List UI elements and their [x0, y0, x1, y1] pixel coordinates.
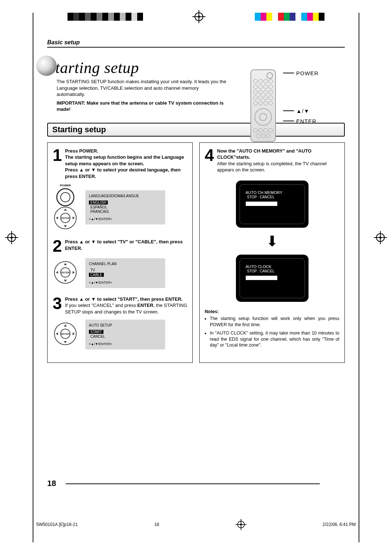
svg-marker-3	[64, 225, 67, 227]
dpad-icon: ENTER	[54, 261, 77, 284]
print-footer: 5W50101A [E]p18-21 18 2/22/06, 6:41 PM	[36, 519, 356, 530]
svg-marker-11	[56, 271, 58, 274]
step2-line1: Press ▲ or ▼ to select "TV" or "CABLE", …	[65, 239, 187, 251]
intro-body: The STARTING SETUP function makes instal…	[57, 78, 227, 98]
step3-body: If you select "CANCEL" and press ENTER, …	[65, 302, 187, 315]
hero: Starting setup The STARTING SETUP functi…	[47, 58, 345, 113]
breadcrumb: Basic setup	[47, 39, 345, 48]
step3-bold: ENTER	[137, 303, 153, 308]
osd-item-selected: ENGLISH	[89, 200, 108, 204]
step-columns: 1 Press POWER. The starting setup functi…	[47, 142, 345, 363]
enter-text: ENTER	[61, 217, 70, 219]
power-label: POWER	[53, 184, 78, 187]
notes-section: Notes: The starting setup function will …	[205, 309, 339, 348]
power-and-dpad-figure: POWER ENTER	[53, 184, 78, 231]
note-item: In "AUTO CLOCK" setting, it may take mor…	[210, 330, 339, 349]
step2-figure-row: ENTER CHANNEL PLAN TV CABLE <▲/▼/ENTER>	[53, 258, 187, 288]
remote-enter-button	[259, 113, 267, 121]
svg-marker-9	[64, 263, 67, 265]
column-right: 4 Now the "AUTO CH MEMORY" and "AUTO CLO…	[199, 142, 345, 363]
step3-pre: If you select "CANCEL" and press	[65, 303, 137, 308]
power-icon	[56, 188, 74, 206]
print-date: 2/22/06, 6:41 PM	[323, 522, 356, 527]
osd-item: FRANCAIS	[89, 210, 162, 214]
registration-mark-bottom	[236, 519, 246, 530]
remote-dpad	[254, 108, 272, 126]
channel-plan-osd: CHANNEL PLAN TV CABLE <▲/▼/ENTER>	[85, 258, 165, 288]
remote-diagram: POWER ▲/▼ ENTER	[250, 69, 345, 142]
registration-mark-left	[7, 232, 17, 243]
auto-setup-osd: AUTO SETUP START CANCEL <▲/▼/ENTER>	[85, 320, 165, 349]
step-4: 4 Now the "AUTO CH MEMORY" and "AUTO CLO…	[205, 148, 339, 173]
trim-line-right	[359, 13, 359, 542]
registration-mark-top	[194, 12, 204, 22]
important-note: IMPORTANT: Make sure that the antenna or…	[57, 100, 227, 113]
osd-item: ESPAÑOL	[89, 205, 162, 209]
step4-line1: Now the "AUTO CH MEMORY" and "AUTO CLOCK…	[217, 148, 339, 161]
svg-marker-12	[73, 271, 75, 274]
callout-nav: ▲/▼	[296, 108, 310, 114]
intro-text: The STARTING SETUP function makes instal…	[57, 78, 227, 113]
step-number: 1	[53, 148, 65, 180]
callout-enter: ENTER	[296, 118, 317, 124]
osd-title: AUTO SETUP	[89, 323, 162, 327]
svg-marker-4	[56, 216, 58, 219]
osd-title: CHANNEL PLAN	[89, 262, 162, 266]
svg-marker-2	[64, 208, 67, 211]
doc-id: 5W50101A [E]p18-21	[36, 522, 78, 527]
step1-line2: The starting setup function begins and t…	[65, 154, 187, 167]
step1-line1: Press POWER.	[65, 148, 187, 154]
step-number: 3	[53, 296, 65, 315]
crop-marks-top	[0, 12, 392, 22]
page-number-footer: 18	[47, 479, 320, 488]
osd-nav-hint: <▲/▼/ENTER>	[89, 217, 162, 221]
tv-auto-clock: AUTO CLOCK STOP : CANCEL	[236, 255, 309, 302]
registration-bar-bw	[68, 13, 143, 21]
svg-text:ENTER: ENTER	[61, 271, 70, 274]
step-number: 2	[53, 239, 65, 254]
osd-item-selected: START	[89, 330, 103, 334]
osd-item: TV	[89, 268, 162, 272]
step-1: 1 Press POWER. The starting setup functi…	[53, 148, 187, 180]
page-number: 18	[47, 479, 56, 488]
osd-item-selected: CABLE	[89, 273, 104, 277]
svg-marker-5	[73, 216, 75, 219]
svg-text:ENTER: ENTER	[61, 333, 70, 335]
osd-title: LANGUAGE/IDIOMA/LANGUE	[89, 194, 162, 198]
step-3: 3 Press ▲ or ▼ to select "START", then p…	[53, 296, 187, 315]
osd-nav-hint: <▲/▼/ENTER>	[89, 342, 162, 346]
step1-line3: Press ▲ or ▼ to select your desired lang…	[65, 167, 187, 179]
svg-marker-10	[64, 280, 67, 282]
step-2: 2 Press ▲ or ▼ to select "TV" or "CABLE"…	[53, 239, 187, 254]
step1-figure-row: POWER ENTER	[53, 184, 187, 231]
tv-auto-ch-memory: AUTO CH MEMORY STOP : CANCEL	[236, 181, 309, 228]
remote-power-button	[266, 72, 273, 79]
decorative-sphere	[36, 56, 57, 76]
remote-callouts: POWER ▲/▼ ENTER	[283, 69, 319, 125]
registration-mark-right	[375, 232, 385, 243]
callout-power: POWER	[296, 70, 319, 76]
down-arrow-icon: ⬇	[205, 233, 339, 250]
progress-bar	[246, 202, 278, 206]
tv-osd-title: AUTO CH MEMORY	[246, 190, 299, 195]
document-page: Basic setup Starting setup The STARTING …	[0, 0, 392, 555]
svg-marker-19	[73, 332, 75, 335]
note-item: The starting setup function will work on…	[210, 316, 339, 328]
page-small: 18	[154, 522, 159, 527]
tv-osd-title: AUTO CLOCK	[246, 264, 299, 269]
dpad-icon: ENTER	[54, 206, 77, 230]
column-left: 1 Press POWER. The starting setup functi…	[47, 142, 193, 363]
language-osd: LANGUAGE/IDIOMA/LANGUE ENGLISH ESPAÑOL F…	[85, 190, 165, 224]
notes-title: Notes:	[205, 309, 339, 314]
tv-osd-sub: STOP : CANCEL	[246, 269, 276, 273]
svg-marker-16	[64, 324, 67, 327]
osd-nav-hint: <▲/▼/ENTER>	[89, 281, 162, 284]
progress-bar	[246, 276, 278, 280]
svg-marker-18	[56, 332, 58, 335]
step-number: 4	[205, 148, 217, 173]
svg-marker-17	[64, 341, 67, 343]
trim-line-left	[33, 13, 33, 542]
tv-osd-sub: STOP : CANCEL	[246, 195, 276, 199]
step3-line1: Press ▲ or ▼ to select "START", then pre…	[65, 296, 187, 303]
osd-item: CANCEL	[89, 335, 162, 339]
